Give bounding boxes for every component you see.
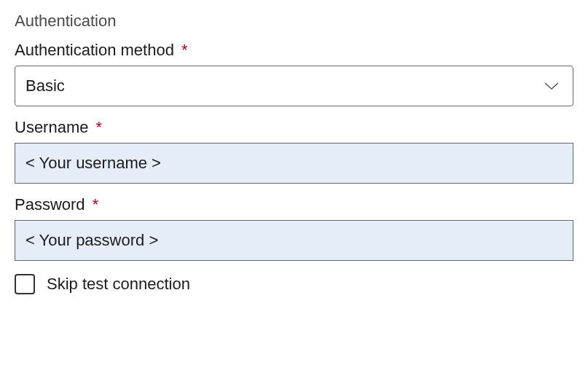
password-field: Password * < Your password > [15, 195, 573, 261]
skip-test-label: Skip test connection [47, 275, 190, 294]
username-label: Username * [15, 118, 573, 137]
section-title: Authentication [15, 12, 573, 31]
skip-test-checkbox[interactable] [15, 274, 35, 294]
username-value: < Your username > [26, 154, 161, 173]
password-label: Password * [15, 195, 573, 214]
password-value: < Your password > [26, 231, 158, 250]
auth-method-value: Basic [26, 77, 65, 95]
password-label-text: Password [15, 195, 85, 213]
password-input[interactable]: < Your password > [15, 220, 573, 261]
authentication-section: Authentication Authentication method * B… [15, 12, 573, 294]
required-indicator: * [96, 118, 103, 136]
auth-method-label: Authentication method * [15, 41, 573, 60]
auth-method-select[interactable]: Basic [15, 66, 573, 106]
chevron-down-icon [544, 77, 560, 95]
auth-method-label-text: Authentication method [15, 41, 174, 59]
username-label-text: Username [15, 118, 88, 136]
required-indicator: * [93, 195, 99, 213]
auth-method-field: Authentication method * Basic [15, 41, 573, 106]
username-field: Username * < Your username > [15, 118, 573, 184]
required-indicator: * [181, 41, 188, 59]
username-input[interactable]: < Your username > [15, 143, 573, 184]
skip-test-row: Skip test connection [15, 274, 573, 294]
auth-method-select-wrapper: Basic [15, 66, 573, 106]
